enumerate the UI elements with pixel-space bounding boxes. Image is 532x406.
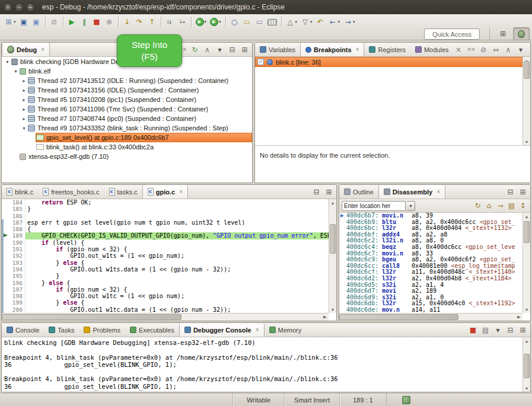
tab-variables[interactable]: Variables [255,43,300,56]
sync-button[interactable]: ↕ [518,201,528,211]
terminate-button[interactable]: ■ [468,325,478,335]
keyboard-button[interactable] [266,15,278,28]
instruction-stepping-button[interactable]: i↓ [164,15,176,28]
step-over-button[interactable]: ↷ [134,15,145,28]
remove-all-button[interactable]: ×× [466,44,476,55]
restart-button[interactable]: ↻ [190,44,200,55]
twistie-icon[interactable]: ▾ [12,69,19,74]
external-tools-button[interactable]: ▶▾ [209,15,222,28]
scroll-thumb[interactable] [339,314,458,320]
editor-horizontal-scrollbar[interactable]: ◀▶ [2,313,329,321]
tree-row[interactable]: ▾Thread #9 1073433352 (blink_task : Runn… [2,123,252,133]
console-output[interactable]: blink checking [GDB Hardware Debugging] … [2,337,523,392]
breakpoints-scrollbar[interactable]: ▲▼ [523,57,530,145]
minimize-button[interactable]: ⊟ [528,44,531,55]
console-scrollbar[interactable]: ▲▼ [523,337,530,392]
open-perspective-button[interactable]: ⊞ [495,27,511,40]
scroll-down-arrow[interactable]: ▼ [523,138,530,145]
twistie-icon[interactable]: ▸ [21,107,27,112]
tab-registers[interactable]: Registers [364,43,410,56]
terminate-button[interactable]: ■ [91,15,103,28]
tab-debug[interactable]: Debug× [2,43,50,56]
scroll-thumb[interactable] [524,221,530,243]
twistie-icon[interactable]: ▾ [4,59,11,65]
remove-button[interactable]: × [454,44,464,55]
minimize-button[interactable]: ⊟ [505,187,515,197]
disassembly-lines[interactable]: 400dc6b7:movi.na8, 39400dc6b9:bltua8, a2… [339,213,523,313]
tree-row[interactable]: gpio_set_level() at gpio.c:189 0x400dc6b… [2,133,252,142]
search-button[interactable]: ○ [229,15,240,28]
scroll-down-arrow[interactable]: ▼ [523,306,530,313]
editor-vertical-scrollbar[interactable]: ▲▼ [329,199,336,313]
collapse-all-button[interactable]: ∧ [504,44,514,55]
tab-blink-c[interactable]: cblink.c [2,185,38,199]
step-return-button[interactable]: ↑ [146,15,158,28]
open-resource-button[interactable]: ▭ [241,15,253,28]
maximize-button[interactable]: ⊞ [240,44,250,55]
tab-tasks[interactable]: Tasks [44,323,79,337]
tree-row[interactable]: ▸Thread #2 1073413512 (IDLE : Running) (… [2,76,252,85]
step-into-button[interactable]: ↓ [122,15,133,28]
last-edit-location-button[interactable]: ↶ [315,15,326,28]
view-menu-button[interactable]: ▾ [215,44,225,55]
breakpoint-item[interactable]: ✓blink.c [line: 36] [255,57,530,67]
scroll-up-arrow[interactable]: ▲ [329,199,336,206]
display-console-button[interactable]: ▤ [480,325,490,335]
scroll-thumb[interactable] [524,354,530,378]
disassembly-horizontal-scrollbar[interactable]: ◀▶ [339,313,523,321]
tree-row[interactable]: ▸Thread #3 1073413156 (IDLE) (Suspended … [2,85,252,95]
tab-executables[interactable]: Executables [125,323,179,337]
tab-tasks-c[interactable]: ctasks.c [104,185,142,199]
twistie-icon[interactable]: ▸ [21,97,27,103]
tab-console[interactable]: Console [2,323,44,337]
breakpoint-checkbox[interactable]: ✓ [257,59,264,65]
save-all-button[interactable]: ▣ [31,15,42,28]
scroll-thumb[interactable] [330,224,336,254]
new-wizard-button[interactable]: ⊞▾ [3,15,17,28]
tab-breakpoints[interactable]: Breakpoints× [300,43,364,56]
show-source-button[interactable]: ▤ [506,201,517,211]
quick-access-field[interactable]: Quick Access [424,28,480,40]
window-close-button[interactable]: × [4,3,12,12]
save-button[interactable]: ▣ [18,15,30,28]
scroll-up-arrow[interactable]: ▲ [523,213,530,220]
status-icon[interactable] [402,396,410,404]
maximize-button[interactable]: ⊞ [324,187,334,197]
window-minimize-button[interactable]: − [15,3,24,12]
close-icon[interactable]: × [179,188,183,195]
minimize-button[interactable]: ⊟ [311,187,321,197]
close-icon[interactable]: × [437,188,440,195]
filter-breakpoints-button[interactable]: ⊘ [479,44,489,55]
home-button[interactable]: ⌂ [484,201,494,211]
refresh-button[interactable]: ↻ [473,201,483,211]
maximize-button[interactable]: ⊞ [518,325,528,335]
back-button[interactable]: ←▾ [327,15,342,28]
debug-perspective-button[interactable] [513,27,530,40]
twistie-icon[interactable]: ▾ [21,126,27,131]
twistie-icon[interactable]: ▸ [21,88,27,93]
previous-annotation-button[interactable]: △▾ [285,15,299,28]
tab-gpio-c[interactable]: cgpio.c× [142,185,188,199]
tab-disassembly[interactable]: Disassembly× [378,185,445,199]
tree-row[interactable]: xtensa-esp32-elf-gdb (7.10) [2,152,252,161]
run-button[interactable]: ▶▾ [195,15,208,28]
minimize-button[interactable]: ⊟ [505,325,515,335]
forward-button[interactable]: →▾ [342,15,356,28]
view-menu-button[interactable]: ▾ [493,325,503,335]
tab-modules[interactable]: Modules [410,43,454,56]
location-dropdown-button[interactable]: ▼ [407,201,415,211]
open-element-button[interactable]: ▭ [254,15,265,28]
tab-debugger-console[interactable]: Debugger Console× [179,323,265,337]
close-icon[interactable]: × [256,327,259,333]
scroll-right-arrow[interactable]: ▶ [515,314,523,321]
link-with-debug-button[interactable]: ↔ [491,44,501,55]
tree-row[interactable]: ▸Thread #6 1073411096 (Tmr Svc) (Suspend… [2,104,252,114]
resume-button[interactable]: ▶ [66,15,78,28]
disconnect-button[interactable]: ⊗ [104,15,115,28]
skip-all-breakpoints-button[interactable]: ⊘ [49,15,60,28]
twistie-icon[interactable]: ▸ [21,78,27,84]
editor-code-area[interactable]: 184 return ESP_OK;185}186187esp_err_t gp… [2,199,329,313]
move-to-line-button[interactable]: i→ [177,15,188,28]
next-annotation-button[interactable]: ▽▾ [300,15,314,28]
scroll-right-arrow[interactable]: ▶ [321,314,329,321]
